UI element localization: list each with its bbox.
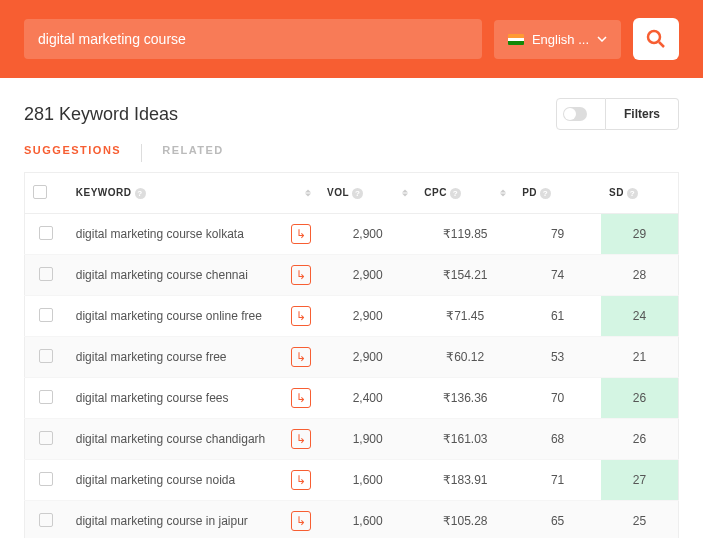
help-icon: ? xyxy=(627,188,638,199)
help-icon: ? xyxy=(135,188,146,199)
page-title: 281 Keyword Ideas xyxy=(24,104,178,125)
pd-cell: 71 xyxy=(514,460,601,501)
row-checkbox[interactable] xyxy=(39,431,53,445)
pd-cell: 61 xyxy=(514,296,601,337)
sd-cell: 28 xyxy=(601,255,678,296)
keyword-text: digital marketing course fees xyxy=(76,391,229,405)
sd-cell: 26 xyxy=(601,378,678,419)
keyword-text: digital marketing course chennai xyxy=(76,268,248,282)
row-checkbox[interactable] xyxy=(39,308,53,322)
chevron-down-icon xyxy=(597,36,607,42)
column-pd[interactable]: PD? xyxy=(514,173,601,214)
toggle-switch[interactable] xyxy=(556,98,606,130)
keyword-text: digital marketing course free xyxy=(76,350,227,364)
vol-cell: 2,400 xyxy=(319,378,416,419)
tab-related[interactable]: RELATED xyxy=(141,144,224,162)
search-button[interactable] xyxy=(633,18,679,60)
sort-icon xyxy=(305,190,311,197)
expand-button[interactable]: ↳ xyxy=(291,388,311,408)
vol-cell: 1,600 xyxy=(319,501,416,539)
row-checkbox[interactable] xyxy=(39,390,53,404)
column-cpc[interactable]: CPC? xyxy=(416,173,514,214)
table-row: digital marketing course noida↳1,600₹183… xyxy=(25,460,679,501)
table-row: digital marketing course free↳2,900₹60.1… xyxy=(25,337,679,378)
sd-cell: 25 xyxy=(601,501,678,539)
keyword-text: digital marketing course chandigarh xyxy=(76,432,265,446)
svg-line-1 xyxy=(659,42,664,47)
expand-button[interactable]: ↳ xyxy=(291,470,311,490)
sd-cell: 26 xyxy=(601,419,678,460)
svg-point-0 xyxy=(648,31,660,43)
cpc-cell: ₹105.28 xyxy=(416,501,514,539)
cpc-cell: ₹183.91 xyxy=(416,460,514,501)
vol-cell: 2,900 xyxy=(319,214,416,255)
sd-cell: 29 xyxy=(601,214,678,255)
row-checkbox[interactable] xyxy=(39,349,53,363)
keyword-table: KEYWORD? VOL? CPC? PD? SD? digital marke… xyxy=(24,172,679,538)
pd-cell: 53 xyxy=(514,337,601,378)
row-checkbox[interactable] xyxy=(39,267,53,281)
table-row: digital marketing course online free↳2,9… xyxy=(25,296,679,337)
column-sd[interactable]: SD? xyxy=(601,173,678,214)
vol-cell: 1,900 xyxy=(319,419,416,460)
cpc-cell: ₹119.85 xyxy=(416,214,514,255)
expand-button[interactable]: ↳ xyxy=(291,429,311,449)
row-checkbox[interactable] xyxy=(39,472,53,486)
help-icon: ? xyxy=(450,188,461,199)
help-icon: ? xyxy=(352,188,363,199)
sd-cell: 21 xyxy=(601,337,678,378)
help-icon: ? xyxy=(540,188,551,199)
sort-icon xyxy=(500,190,506,197)
language-selector[interactable]: English ... xyxy=(494,20,621,59)
search-bar: English ... xyxy=(0,0,703,78)
column-keyword[interactable]: KEYWORD? xyxy=(68,173,319,214)
keyword-text: digital marketing course in jaipur xyxy=(76,514,248,528)
keyword-text: digital marketing course noida xyxy=(76,473,235,487)
flag-icon xyxy=(508,34,524,45)
cpc-cell: ₹154.21 xyxy=(416,255,514,296)
table-row: digital marketing course chandigarh↳1,90… xyxy=(25,419,679,460)
language-label: English ... xyxy=(532,32,589,47)
pd-cell: 79 xyxy=(514,214,601,255)
pd-cell: 74 xyxy=(514,255,601,296)
vol-cell: 2,900 xyxy=(319,337,416,378)
cpc-cell: ₹60.12 xyxy=(416,337,514,378)
search-icon xyxy=(646,29,666,49)
sort-icon xyxy=(402,190,408,197)
expand-button[interactable]: ↳ xyxy=(291,224,311,244)
select-all-checkbox[interactable] xyxy=(33,185,47,199)
row-checkbox[interactable] xyxy=(39,513,53,527)
expand-button[interactable]: ↳ xyxy=(291,347,311,367)
expand-button[interactable]: ↳ xyxy=(291,265,311,285)
search-input[interactable] xyxy=(24,19,482,59)
keyword-text: digital marketing course kolkata xyxy=(76,227,244,241)
row-checkbox[interactable] xyxy=(39,226,53,240)
cpc-cell: ₹71.45 xyxy=(416,296,514,337)
table-row: digital marketing course chennai↳2,900₹1… xyxy=(25,255,679,296)
pd-cell: 70 xyxy=(514,378,601,419)
filters-button[interactable]: Filters xyxy=(606,98,679,130)
cpc-cell: ₹161.03 xyxy=(416,419,514,460)
expand-button[interactable]: ↳ xyxy=(291,511,311,531)
table-row: digital marketing course fees↳2,400₹136.… xyxy=(25,378,679,419)
column-vol[interactable]: VOL? xyxy=(319,173,416,214)
sd-cell: 24 xyxy=(601,296,678,337)
pd-cell: 68 xyxy=(514,419,601,460)
vol-cell: 2,900 xyxy=(319,255,416,296)
sd-cell: 27 xyxy=(601,460,678,501)
pd-cell: 65 xyxy=(514,501,601,539)
table-row: digital marketing course kolkata↳2,900₹1… xyxy=(25,214,679,255)
cpc-cell: ₹136.36 xyxy=(416,378,514,419)
vol-cell: 2,900 xyxy=(319,296,416,337)
vol-cell: 1,600 xyxy=(319,460,416,501)
tab-suggestions[interactable]: SUGGESTIONS xyxy=(24,144,121,162)
expand-button[interactable]: ↳ xyxy=(291,306,311,326)
table-row: digital marketing course in jaipur↳1,600… xyxy=(25,501,679,539)
keyword-text: digital marketing course online free xyxy=(76,309,262,323)
